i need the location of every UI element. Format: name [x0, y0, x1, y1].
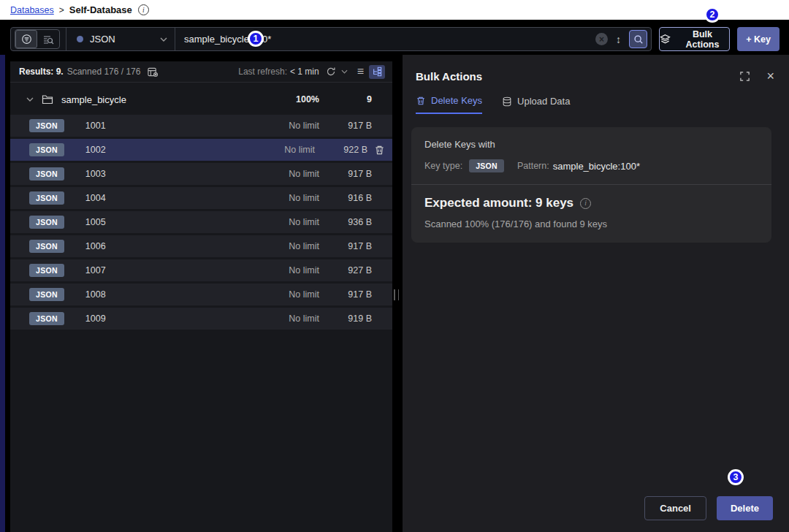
toolbar: JSON × ↕ Bulk Actions + Key	[10, 27, 780, 51]
annotation-step-3: 3	[728, 469, 744, 485]
key-row-1005[interactable]: JSON 1005 No limit 936 B	[10, 211, 392, 233]
key-ttl: No limit	[239, 265, 319, 276]
expand-search-icon[interactable]: ↕	[616, 34, 621, 45]
layers-icon	[660, 34, 671, 45]
folder-collapse-chevron-icon[interactable]	[26, 97, 34, 102]
key-ttl: No limit	[239, 217, 319, 227]
list-view-toggle-icon[interactable]: ≡	[357, 65, 364, 78]
key-ttl: No limit	[239, 121, 319, 131]
search-bar: JSON × ↕	[10, 27, 652, 51]
key-name: 1004	[85, 193, 239, 203]
key-row-1003[interactable]: JSON 1003 No limit 917 B	[10, 163, 392, 185]
key-ttl: No limit	[239, 169, 319, 179]
key-type-badge: JSON	[29, 264, 64, 277]
key-size: 917 B	[319, 169, 372, 179]
key-ttl: No limit	[239, 289, 319, 300]
key-ttl: No limit	[239, 314, 319, 324]
key-row-1004[interactable]: JSON 1004 No limit 916 B	[10, 187, 392, 209]
expected-amount-row: Expected amount: 9 keys i	[424, 196, 758, 210]
delete-button[interactable]: Delete	[717, 496, 773, 520]
tab-delete-keys-label: Delete Keys	[431, 95, 482, 106]
key-row-1001[interactable]: JSON 1001 No limit 917 B	[10, 115, 392, 137]
panel-footer: Cancel Delete	[644, 496, 773, 520]
folder-key-count: 9	[319, 94, 372, 104]
database-upload-icon	[502, 96, 512, 107]
key-name: 1006	[85, 241, 239, 251]
key-type-badge: JSON	[29, 191, 64, 205]
refresh-icon[interactable]	[326, 66, 336, 77]
folder-icon	[42, 94, 53, 104]
cancel-button[interactable]: Cancel	[644, 496, 706, 520]
tab-upload-data-label: Upload Data	[517, 96, 570, 107]
key-rows: JSON 1001 No limit 917 B JSON 1002 No li…	[10, 115, 392, 330]
breadcrumb: Databases > Self-Database i	[0, 0, 789, 20]
key-row-1008[interactable]: JSON 1008 No limit 917 B	[10, 284, 392, 305]
pattern-value: sample_bicycle:100*	[553, 161, 640, 172]
folder-scan-percent: 100%	[239, 94, 319, 104]
key-type-value-badge: JSON	[469, 159, 504, 172]
search-icon[interactable]	[629, 30, 647, 48]
key-size: 919 B	[319, 314, 372, 324]
folder-name: sample_bicycle	[61, 94, 239, 105]
annotation-step-1: 1	[248, 31, 264, 47]
delete-key-icon[interactable]	[374, 145, 385, 156]
key-size: 917 B	[319, 241, 372, 251]
key-name: 1008	[85, 289, 239, 300]
tab-delete-keys[interactable]: Delete Keys	[416, 95, 482, 114]
tree-view-toggle-icon[interactable]	[369, 65, 385, 79]
tab-upload-data[interactable]: Upload Data	[502, 95, 570, 114]
key-name: 1005	[85, 217, 239, 227]
clear-search-icon[interactable]: ×	[595, 33, 608, 45]
filter-by-pattern-icon[interactable]	[15, 30, 37, 48]
delete-summary-card: Delete Keys with Key type: JSON Pattern:…	[411, 127, 771, 243]
bulk-actions-label: Bulk Actions	[676, 29, 729, 50]
tree-folder-row[interactable]: sample_bicycle 100% 9	[10, 89, 392, 110]
key-name: 1002	[85, 145, 235, 155]
columns-settings-icon[interactable]	[147, 66, 159, 77]
results-count: Results: 9.	[19, 66, 64, 77]
key-type-badge: JSON	[29, 119, 64, 132]
key-type-badge: JSON	[29, 143, 64, 156]
key-type-dropdown[interactable]: JSON	[66, 28, 175, 50]
breadcrumb-separator: >	[59, 5, 64, 15]
key-type-dot-icon	[77, 36, 83, 42]
bulk-actions-header: Bulk Actions ×	[403, 55, 789, 83]
key-ttl: No limit	[235, 145, 315, 155]
bulk-actions-panel: Bulk Actions × Delete Keys Upload Data D…	[403, 55, 789, 532]
search-input[interactable]	[175, 34, 595, 45]
key-type-badge: JSON	[29, 216, 64, 229]
key-type-badge: JSON	[29, 167, 64, 180]
search-by-values-icon[interactable]	[37, 30, 59, 48]
expected-info-icon[interactable]: i	[580, 198, 591, 209]
expand-panel-icon[interactable]	[739, 71, 750, 82]
key-size: 916 B	[319, 193, 372, 203]
panel-title: Bulk Actions	[416, 70, 739, 83]
key-row-1007[interactable]: JSON 1007 No limit 927 B	[10, 259, 392, 281]
bulk-actions-button[interactable]: Bulk Actions	[659, 27, 730, 51]
last-refresh-label: Last refresh:	[238, 66, 287, 77]
breadcrumb-databases-link[interactable]: Databases	[10, 5, 54, 15]
add-key-button[interactable]: + Key	[737, 27, 780, 51]
key-row-1002-selected[interactable]: JSON 1002 No limit 922 B	[10, 139, 392, 161]
database-info-icon[interactable]: i	[138, 4, 149, 15]
card-divider	[411, 184, 771, 185]
close-panel-icon[interactable]: ×	[766, 69, 774, 83]
key-row-1009[interactable]: JSON 1009 No limit 919 B	[10, 308, 392, 330]
key-type-badge: JSON	[29, 288, 64, 301]
key-name: 1003	[85, 169, 239, 179]
key-name: 1001	[85, 121, 239, 131]
key-ttl: No limit	[239, 193, 319, 203]
key-size: 936 B	[319, 217, 372, 227]
key-size: 922 B	[315, 145, 367, 155]
key-row-1006[interactable]: JSON 1006 No limit 917 B	[10, 235, 392, 257]
key-size: 917 B	[319, 121, 372, 131]
pattern-label: Pattern:	[517, 161, 549, 171]
panel-resize-handle[interactable]	[394, 289, 399, 300]
refresh-options-chevron-icon[interactable]	[341, 69, 348, 74]
results-header: Results: 9. Scanned 176 / 176 Last refre…	[10, 61, 392, 83]
last-refresh-value: < 1 min	[290, 66, 319, 77]
delete-keys-with-label: Delete Keys with	[424, 139, 758, 150]
scanned-count: Scanned 176 / 176	[67, 66, 141, 77]
chevron-down-icon	[160, 37, 167, 42]
key-type-badge: JSON	[29, 312, 64, 325]
